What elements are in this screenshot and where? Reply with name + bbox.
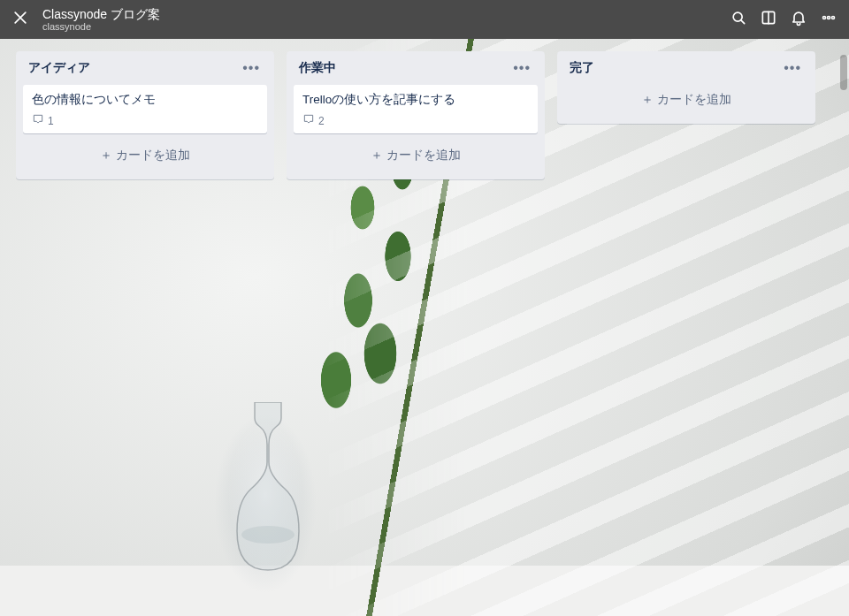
list-title[interactable]: 完了 xyxy=(570,60,594,76)
card-title: Trelloの使い方を記事にする xyxy=(302,92,529,108)
comment-icon xyxy=(302,113,315,128)
card-badges: 2 xyxy=(302,113,529,128)
list-title[interactable]: 作業中 xyxy=(299,60,336,76)
card[interactable]: Trelloの使い方を記事にする 2 xyxy=(294,85,538,133)
list-title[interactable]: アイディア xyxy=(28,60,90,76)
close-button[interactable] xyxy=(5,4,35,34)
more-icon: ••• xyxy=(513,60,531,75)
card[interactable]: 色の情報についてメモ 1 xyxy=(23,85,267,133)
background-vase xyxy=(219,402,317,588)
board-team: classynode xyxy=(42,21,160,33)
comment-icon xyxy=(32,113,44,128)
close-icon xyxy=(11,9,29,30)
add-card-button[interactable]: ＋ カードを追加 xyxy=(564,85,808,115)
board: アイディア ••• 色の情報についてメモ 1 ＋ カードを追加 作業中 ••• … xyxy=(0,39,849,192)
list-in-progress: 作業中 ••• Trelloの使い方を記事にする 2 ＋ カードを追加 xyxy=(287,51,545,179)
card-title: 色の情報についてメモ xyxy=(32,92,258,108)
horizontal-scrollbar[interactable] xyxy=(838,39,849,616)
svg-point-0 xyxy=(241,526,294,544)
bell-icon xyxy=(790,9,807,30)
list-menu-button[interactable]: ••• xyxy=(780,62,805,74)
list-menu-button[interactable]: ••• xyxy=(509,62,534,74)
svg-point-4 xyxy=(828,17,830,19)
app-header: Classynode ブログ案 classynode xyxy=(0,0,849,39)
list-ideas: アイディア ••• 色の情報についてメモ 1 ＋ カードを追加 xyxy=(16,51,274,179)
list-done: 完了 ••• ＋ カードを追加 xyxy=(557,51,815,124)
boards-icon xyxy=(760,9,777,30)
board-title: Classynode ブログ案 xyxy=(42,7,160,21)
add-card-button[interactable]: ＋ カードを追加 xyxy=(23,141,267,171)
add-card-button[interactable]: ＋ カードを追加 xyxy=(294,141,538,171)
svg-point-3 xyxy=(823,17,826,19)
search-button[interactable] xyxy=(723,4,753,34)
notifications-button[interactable] xyxy=(784,4,814,34)
card-badges: 1 xyxy=(32,113,258,128)
scrollbar-thumb[interactable] xyxy=(840,55,847,90)
more-icon: ••• xyxy=(242,60,260,75)
comment-count: 1 xyxy=(48,115,54,127)
board-title-wrap[interactable]: Classynode ブログ案 classynode xyxy=(42,7,160,33)
comment-count: 2 xyxy=(318,115,325,127)
list-menu-button[interactable]: ••• xyxy=(239,62,264,74)
search-icon xyxy=(730,9,747,30)
more-icon xyxy=(820,9,838,30)
svg-point-5 xyxy=(832,17,835,19)
more-menu-button[interactable] xyxy=(814,4,844,34)
more-icon: ••• xyxy=(784,60,801,75)
boards-button[interactable] xyxy=(753,4,784,34)
